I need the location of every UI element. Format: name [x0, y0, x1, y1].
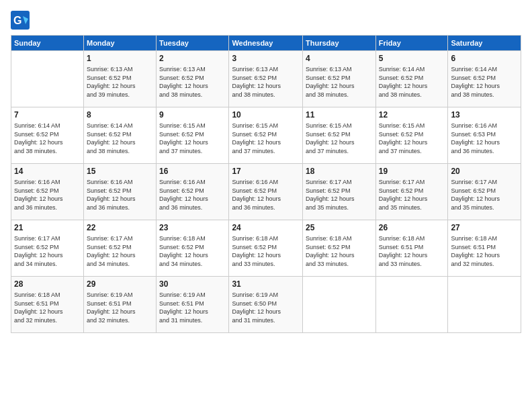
day-info: Sunrise: 6:15 AM Sunset: 6:52 PM Dayligh… — [306, 122, 373, 155]
column-header-wednesday: Wednesday — [229, 36, 303, 51]
day-info: Sunrise: 6:15 AM Sunset: 6:52 PM Dayligh… — [379, 122, 445, 155]
column-header-saturday: Saturday — [448, 36, 521, 51]
calendar-cell: 30Sunrise: 6:19 AM Sunset: 6:51 PM Dayli… — [157, 277, 229, 333]
logo: G — [11, 11, 32, 30]
day-info: Sunrise: 6:16 AM Sunset: 6:52 PM Dayligh… — [159, 178, 226, 212]
calendar-cell — [303, 277, 376, 333]
column-header-monday: Monday — [83, 36, 156, 51]
header: G — [11, 11, 521, 30]
day-info: Sunrise: 6:16 AM Sunset: 6:52 PM Dayligh… — [232, 178, 300, 212]
week-row-2: 14Sunrise: 6:16 AM Sunset: 6:52 PM Dayli… — [11, 164, 521, 220]
calendar-cell: 26Sunrise: 6:18 AM Sunset: 6:51 PM Dayli… — [375, 220, 448, 277]
page-container: G SundayMondayTuesdayWednesdayThursdayFr… — [0, 0, 532, 411]
day-info: Sunrise: 6:16 AM Sunset: 6:52 PM Dayligh… — [87, 178, 153, 212]
day-number: 20 — [451, 166, 518, 177]
day-info: Sunrise: 6:15 AM Sunset: 6:52 PM Dayligh… — [159, 122, 226, 155]
calendar-cell: 24Sunrise: 6:18 AM Sunset: 6:52 PM Dayli… — [229, 220, 303, 277]
day-number: 18 — [306, 166, 373, 177]
day-info: Sunrise: 6:14 AM Sunset: 6:52 PM Dayligh… — [379, 65, 445, 99]
calendar-cell: 19Sunrise: 6:17 AM Sunset: 6:52 PM Dayli… — [375, 164, 448, 220]
day-info: Sunrise: 6:17 AM Sunset: 6:52 PM Dayligh… — [14, 234, 81, 268]
day-info: Sunrise: 6:17 AM Sunset: 6:52 PM Dayligh… — [87, 234, 153, 268]
day-number: 22 — [87, 222, 153, 233]
column-header-tuesday: Tuesday — [157, 36, 229, 51]
header-row: SundayMondayTuesdayWednesdayThursdayFrid… — [11, 36, 521, 51]
calendar-cell: 10Sunrise: 6:15 AM Sunset: 6:52 PM Dayli… — [229, 107, 303, 164]
day-info: Sunrise: 6:17 AM Sunset: 6:52 PM Dayligh… — [306, 178, 373, 212]
day-info: Sunrise: 6:18 AM Sunset: 6:52 PM Dayligh… — [306, 234, 373, 268]
calendar-cell: 8Sunrise: 6:14 AM Sunset: 6:52 PM Daylig… — [83, 107, 156, 164]
calendar-cell: 23Sunrise: 6:18 AM Sunset: 6:52 PM Dayli… — [157, 220, 229, 277]
day-number: 10 — [232, 109, 300, 120]
day-info: Sunrise: 6:16 AM Sunset: 6:52 PM Dayligh… — [14, 178, 81, 212]
day-number: 4 — [306, 53, 373, 64]
day-info: Sunrise: 6:14 AM Sunset: 6:52 PM Dayligh… — [451, 65, 518, 99]
calendar-cell: 5Sunrise: 6:14 AM Sunset: 6:52 PM Daylig… — [375, 51, 448, 107]
svg-text:G: G — [13, 15, 21, 26]
day-number: 30 — [159, 279, 226, 289]
day-info: Sunrise: 6:18 AM Sunset: 6:52 PM Dayligh… — [232, 234, 300, 268]
calendar-cell: 1Sunrise: 6:13 AM Sunset: 6:52 PM Daylig… — [83, 51, 156, 107]
day-info: Sunrise: 6:15 AM Sunset: 6:52 PM Dayligh… — [232, 122, 300, 155]
day-number: 26 — [379, 222, 445, 233]
day-number: 19 — [379, 166, 445, 177]
day-info: Sunrise: 6:19 AM Sunset: 6:51 PM Dayligh… — [159, 291, 226, 324]
day-number: 9 — [159, 109, 226, 120]
calendar-cell: 2Sunrise: 6:13 AM Sunset: 6:52 PM Daylig… — [157, 51, 229, 107]
column-header-friday: Friday — [375, 36, 448, 51]
day-number: 27 — [451, 222, 518, 233]
day-number: 12 — [379, 109, 445, 120]
calendar-cell: 14Sunrise: 6:16 AM Sunset: 6:52 PM Dayli… — [11, 164, 84, 220]
column-header-sunday: Sunday — [11, 36, 84, 51]
day-number: 28 — [14, 279, 81, 289]
day-number: 7 — [14, 109, 81, 120]
calendar-cell: 21Sunrise: 6:17 AM Sunset: 6:52 PM Dayli… — [11, 220, 84, 277]
day-info: Sunrise: 6:19 AM Sunset: 6:51 PM Dayligh… — [87, 291, 153, 324]
day-number: 2 — [159, 53, 226, 64]
day-number: 6 — [451, 53, 518, 64]
day-info: Sunrise: 6:19 AM Sunset: 6:50 PM Dayligh… — [232, 291, 300, 324]
day-info: Sunrise: 6:17 AM Sunset: 6:52 PM Dayligh… — [451, 178, 518, 212]
day-number: 21 — [14, 222, 81, 233]
calendar-cell: 20Sunrise: 6:17 AM Sunset: 6:52 PM Dayli… — [448, 164, 521, 220]
calendar-cell: 6Sunrise: 6:14 AM Sunset: 6:52 PM Daylig… — [448, 51, 521, 107]
calendar-cell: 29Sunrise: 6:19 AM Sunset: 6:51 PM Dayli… — [83, 277, 156, 333]
calendar-cell: 11Sunrise: 6:15 AM Sunset: 6:52 PM Dayli… — [303, 107, 376, 164]
calendar-cell: 3Sunrise: 6:13 AM Sunset: 6:52 PM Daylig… — [229, 51, 303, 107]
day-info: Sunrise: 6:14 AM Sunset: 6:52 PM Dayligh… — [14, 122, 81, 155]
day-number: 14 — [14, 166, 81, 177]
day-number: 5 — [379, 53, 445, 64]
calendar-cell: 16Sunrise: 6:16 AM Sunset: 6:52 PM Dayli… — [157, 164, 229, 220]
day-number: 17 — [232, 166, 300, 177]
day-info: Sunrise: 6:18 AM Sunset: 6:51 PM Dayligh… — [379, 234, 445, 268]
day-number: 13 — [451, 109, 518, 120]
calendar-cell — [375, 277, 448, 333]
calendar-cell: 22Sunrise: 6:17 AM Sunset: 6:52 PM Dayli… — [83, 220, 156, 277]
calendar-cell: 9Sunrise: 6:15 AM Sunset: 6:52 PM Daylig… — [157, 107, 229, 164]
day-info: Sunrise: 6:14 AM Sunset: 6:52 PM Dayligh… — [87, 122, 153, 155]
day-info: Sunrise: 6:18 AM Sunset: 6:52 PM Dayligh… — [159, 234, 226, 268]
day-number: 11 — [306, 109, 373, 120]
day-info: Sunrise: 6:13 AM Sunset: 6:52 PM Dayligh… — [159, 65, 226, 99]
day-number: 24 — [232, 222, 300, 233]
day-number: 3 — [232, 53, 300, 64]
day-info: Sunrise: 6:13 AM Sunset: 6:52 PM Dayligh… — [306, 65, 373, 99]
day-number: 29 — [87, 279, 153, 289]
calendar-cell: 27Sunrise: 6:18 AM Sunset: 6:51 PM Dayli… — [448, 220, 521, 277]
calendar-header: SundayMondayTuesdayWednesdayThursdayFrid… — [11, 36, 521, 51]
day-number: 8 — [87, 109, 153, 120]
calendar-body: 1Sunrise: 6:13 AM Sunset: 6:52 PM Daylig… — [11, 51, 521, 333]
calendar-cell: 31Sunrise: 6:19 AM Sunset: 6:50 PM Dayli… — [229, 277, 303, 333]
logo-icon: G — [11, 11, 30, 30]
day-number: 1 — [87, 53, 153, 64]
calendar-cell: 7Sunrise: 6:14 AM Sunset: 6:52 PM Daylig… — [11, 107, 84, 164]
calendar-cell: 25Sunrise: 6:18 AM Sunset: 6:52 PM Dayli… — [303, 220, 376, 277]
calendar-cell: 28Sunrise: 6:18 AM Sunset: 6:51 PM Dayli… — [11, 277, 84, 333]
week-row-3: 21Sunrise: 6:17 AM Sunset: 6:52 PM Dayli… — [11, 220, 521, 277]
day-number: 15 — [87, 166, 153, 177]
calendar-cell: 13Sunrise: 6:16 AM Sunset: 6:53 PM Dayli… — [448, 107, 521, 164]
day-number: 23 — [159, 222, 226, 233]
week-row-0: 1Sunrise: 6:13 AM Sunset: 6:52 PM Daylig… — [11, 51, 521, 107]
calendar-cell: 15Sunrise: 6:16 AM Sunset: 6:52 PM Dayli… — [83, 164, 156, 220]
week-row-1: 7Sunrise: 6:14 AM Sunset: 6:52 PM Daylig… — [11, 107, 521, 164]
